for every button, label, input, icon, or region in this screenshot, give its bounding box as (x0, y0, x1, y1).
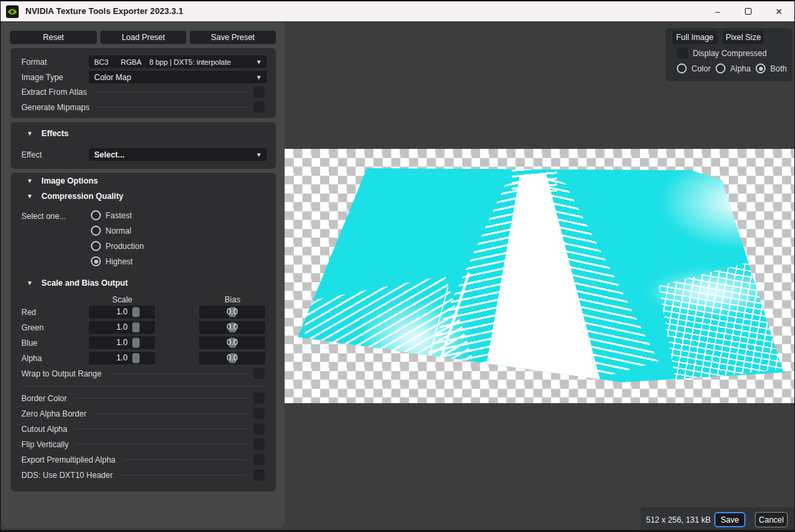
radio-icon (91, 226, 101, 236)
leader-line (77, 444, 247, 445)
green-channel-label: Green (21, 323, 43, 332)
sky-glow (659, 156, 795, 249)
effect-label: Effect (21, 150, 41, 160)
mode-option-alpha[interactable]: Alpha (716, 63, 751, 73)
maximize-button[interactable] (733, 1, 764, 21)
radio-icon (677, 63, 687, 73)
image-type-label: Image Type (21, 73, 63, 82)
effect-dropdown[interactable]: Select... ▼ (89, 148, 267, 161)
app-window: NVIDIA Texture Tools Exporter 2023.3.1 –… (0, 0, 795, 532)
select-one-label: Select one... (21, 212, 66, 221)
leader-line (95, 91, 247, 92)
red-scale-field[interactable]: 1.0 (89, 306, 155, 318)
border-color-checkbox[interactable] (253, 392, 265, 404)
window-title: NVIDIA Texture Tools Exporter 2023.3.1 (25, 7, 183, 16)
cutout-alpha-row: Cutout Alpha (21, 423, 265, 435)
radio-icon (716, 63, 726, 73)
leader-line (75, 429, 247, 429)
display-compressed-row: Display Compressed (677, 47, 767, 59)
extract-atlas-row: Extract From Atlas (21, 86, 265, 97)
scale-column-header: Scale (112, 295, 132, 304)
radio-selected-icon (756, 63, 766, 73)
scale-bias-header[interactable]: ▼ Scale and Bias Output (27, 278, 128, 288)
alpha-bias-field[interactable]: 0.0 (199, 352, 265, 364)
chevron-down-icon: ▼ (256, 152, 262, 158)
generate-mipmaps-label: Generate Mipmaps (21, 103, 90, 112)
quality-option-production[interactable]: Production (91, 241, 144, 251)
pixel-size-button[interactable]: Pixel Size (723, 31, 764, 44)
leader-line (121, 475, 247, 475)
texture-preview-image (285, 149, 795, 403)
quality-option-fastest[interactable]: Fastest (91, 210, 132, 220)
chevron-down-icon: ▼ (256, 59, 262, 65)
reset-button[interactable]: Reset (10, 31, 97, 44)
alpha-channel-label: Alpha (21, 354, 42, 363)
blue-channel-label: Blue (21, 338, 37, 348)
nvidia-logo-icon (6, 5, 19, 18)
save-button[interactable]: Save (714, 512, 746, 527)
wrap-output-row: Wrap to Output Range (21, 368, 265, 379)
section-divider (21, 386, 265, 386)
format-value: BC3 RGBA 8 bpp | DXT5: interpolate (94, 58, 231, 66)
effect-value: Select... (94, 150, 124, 160)
effects-header-label: Effects (41, 129, 69, 138)
cancel-button[interactable]: Cancel (755, 512, 788, 527)
minimize-button[interactable]: – (702, 1, 733, 21)
collapse-arrow-icon: ▼ (27, 193, 41, 200)
collapse-arrow-icon: ▼ (27, 280, 41, 286)
leader-line (98, 107, 247, 107)
window-controls: – ✕ (702, 1, 794, 21)
mode-option-both[interactable]: Both (756, 63, 787, 73)
save-preset-button[interactable]: Save Preset (190, 31, 276, 44)
format-dropdown[interactable]: BC3 RGBA 8 bpp | DXT5: interpolate ▼ (89, 55, 267, 68)
alpha-scale-field[interactable]: 1.0 (89, 352, 155, 364)
premultiplied-alpha-checkbox[interactable] (253, 454, 265, 465)
cutout-alpha-checkbox[interactable] (253, 423, 265, 435)
bias-column-header: Bias (224, 295, 240, 304)
blue-bias-field[interactable]: 0.0 (199, 336, 265, 349)
format-label: Format (21, 57, 47, 67)
titlebar: NVIDIA Texture Tools Exporter 2023.3.1 –… (1, 0, 794, 22)
chevron-down-icon: ▼ (256, 74, 262, 81)
flip-vertically-row: Flip Vertically (21, 439, 265, 450)
quality-option-normal[interactable]: Normal (91, 226, 132, 236)
load-preset-button[interactable]: Load Preset (100, 31, 186, 44)
image-options-header[interactable]: ▼ Image Options (27, 176, 98, 186)
border-color-row: Border Color (21, 392, 265, 404)
compression-quality-header[interactable]: ▼ Compression Quality (27, 192, 124, 201)
effects-section-header[interactable]: ▼ Effects (27, 129, 69, 138)
zero-alpha-border-checkbox[interactable] (253, 408, 265, 419)
red-channel-label: Red (21, 308, 36, 317)
settings-sidebar: Reset Load Preset Save Preset Format BC3… (1, 22, 285, 528)
flip-vertically-checkbox[interactable] (253, 439, 265, 450)
blue-scale-field[interactable]: 1.0 (89, 336, 155, 349)
image-size-status: 512 x 256, 131 kB (646, 515, 711, 525)
zero-alpha-border-row: Zero Alpha Border (21, 408, 265, 419)
green-bias-field[interactable]: 0.0 (199, 321, 265, 334)
image-type-dropdown[interactable]: Color Map ▼ (89, 71, 267, 83)
leader-line (124, 459, 247, 460)
red-bias-field[interactable]: 0.0 (199, 306, 265, 318)
display-compressed-checkbox[interactable] (677, 47, 688, 59)
collapse-arrow-icon: ▼ (27, 130, 41, 137)
leader-line (75, 398, 247, 398)
collapse-arrow-icon: ▼ (27, 178, 41, 184)
premultiplied-alpha-row: Export Premultiplied Alpha (21, 454, 265, 465)
generate-mipmaps-checkbox[interactable] (253, 101, 265, 113)
extract-atlas-checkbox[interactable] (253, 86, 265, 97)
dxt10-header-row: DDS: Use DXT10 Header (21, 469, 265, 481)
leader-line (94, 413, 247, 414)
quality-option-highest[interactable]: Highest (91, 256, 133, 266)
close-button[interactable]: ✕ (764, 1, 794, 21)
mode-option-color[interactable]: Color (677, 63, 711, 73)
dxt10-header-checkbox[interactable] (253, 469, 265, 481)
radio-icon (91, 210, 101, 220)
wrap-output-label: Wrap to Output Range (21, 369, 102, 378)
green-scale-field[interactable]: 1.0 (89, 321, 155, 334)
wrap-output-checkbox[interactable] (253, 368, 265, 379)
extract-atlas-label: Extract From Atlas (21, 87, 87, 97)
image-type-value: Color Map (94, 73, 131, 82)
view-options-panel: Full Image Pixel Size Display Compressed… (665, 28, 792, 81)
radio-icon (91, 241, 101, 251)
full-image-button[interactable]: Full Image (673, 31, 717, 44)
